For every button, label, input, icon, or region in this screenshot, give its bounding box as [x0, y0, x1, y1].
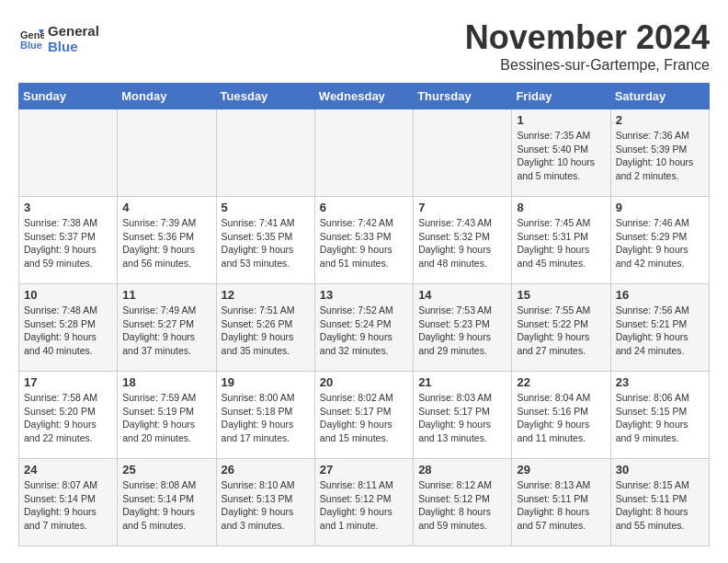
calendar-cell: 24Sunrise: 8:07 AM Sunset: 5:14 PM Dayli… — [19, 459, 118, 546]
day-content: Sunrise: 7:46 AM Sunset: 5:29 PM Dayligh… — [616, 216, 704, 270]
day-number: 21 — [418, 375, 506, 389]
calendar-cell — [314, 109, 413, 197]
day-content: Sunrise: 7:45 AM Sunset: 5:31 PM Dayligh… — [517, 216, 605, 270]
calendar-cell: 16Sunrise: 7:56 AM Sunset: 5:21 PM Dayli… — [610, 284, 709, 372]
day-number: 15 — [517, 288, 605, 302]
calendar-cell: 8Sunrise: 7:45 AM Sunset: 5:31 PM Daylig… — [512, 197, 610, 284]
calendar-cell: 7Sunrise: 7:43 AM Sunset: 5:32 PM Daylig… — [414, 197, 512, 284]
day-content: Sunrise: 7:39 AM Sunset: 5:36 PM Dayligh… — [122, 216, 210, 270]
logo: General Blue General Blue — [18, 23, 99, 55]
header-day-monday: Monday — [118, 84, 216, 109]
calendar-cell: 1Sunrise: 7:35 AM Sunset: 5:40 PM Daylig… — [512, 109, 610, 197]
calendar-subtitle: Bessines-sur-Gartempe, France — [465, 57, 710, 74]
calendar-week-2: 3Sunrise: 7:38 AM Sunset: 5:37 PM Daylig… — [19, 197, 710, 284]
day-content: Sunrise: 8:08 AM Sunset: 5:14 PM Dayligh… — [122, 478, 210, 533]
calendar-cell: 13Sunrise: 7:52 AM Sunset: 5:24 PM Dayli… — [314, 284, 413, 372]
day-number: 10 — [24, 288, 112, 302]
calendar-cell: 14Sunrise: 7:53 AM Sunset: 5:23 PM Dayli… — [414, 284, 512, 372]
calendar-cell — [118, 109, 216, 197]
day-number: 6 — [320, 201, 408, 214]
day-number: 27 — [320, 463, 408, 477]
day-number: 16 — [616, 288, 704, 302]
day-number: 20 — [320, 375, 408, 389]
day-content: Sunrise: 8:11 AM Sunset: 5:12 PM Dayligh… — [320, 478, 408, 533]
day-number: 14 — [418, 288, 506, 302]
calendar-cell: 19Sunrise: 8:00 AM Sunset: 5:18 PM Dayli… — [216, 372, 314, 459]
calendar-cell — [414, 109, 512, 197]
calendar-header-row: SundayMondayTuesdayWednesdayThursdayFrid… — [19, 84, 710, 109]
calendar-cell: 23Sunrise: 8:06 AM Sunset: 5:15 PM Dayli… — [610, 372, 709, 459]
svg-text:Blue: Blue — [20, 40, 42, 51]
calendar-cell: 20Sunrise: 8:02 AM Sunset: 5:17 PM Dayli… — [314, 372, 413, 459]
day-number: 5 — [222, 201, 310, 214]
calendar-cell: 25Sunrise: 8:08 AM Sunset: 5:14 PM Dayli… — [118, 459, 216, 546]
day-number: 11 — [122, 288, 210, 302]
calendar-cell: 6Sunrise: 7:42 AM Sunset: 5:33 PM Daylig… — [314, 197, 413, 284]
calendar-week-5: 24Sunrise: 8:07 AM Sunset: 5:14 PM Dayli… — [19, 459, 710, 546]
calendar-cell: 28Sunrise: 8:12 AM Sunset: 5:12 PM Dayli… — [414, 459, 512, 546]
header-day-wednesday: Wednesday — [314, 84, 413, 109]
calendar-cell: 30Sunrise: 8:15 AM Sunset: 5:11 PM Dayli… — [610, 459, 709, 546]
day-content: Sunrise: 7:59 AM Sunset: 5:19 PM Dayligh… — [122, 391, 210, 445]
calendar-cell: 12Sunrise: 7:51 AM Sunset: 5:26 PM Dayli… — [216, 284, 314, 372]
day-number: 24 — [24, 463, 112, 477]
day-content: Sunrise: 7:41 AM Sunset: 5:35 PM Dayligh… — [222, 216, 310, 270]
calendar-week-3: 10Sunrise: 7:48 AM Sunset: 5:28 PM Dayli… — [19, 284, 710, 372]
day-content: Sunrise: 7:56 AM Sunset: 5:21 PM Dayligh… — [616, 304, 704, 358]
title-section: November 2024 Bessines-sur-Gartempe, Fra… — [465, 18, 710, 74]
calendar-cell: 9Sunrise: 7:46 AM Sunset: 5:29 PM Daylig… — [610, 197, 709, 284]
calendar-week-4: 17Sunrise: 7:58 AM Sunset: 5:20 PM Dayli… — [19, 372, 710, 459]
day-content: Sunrise: 7:42 AM Sunset: 5:33 PM Dayligh… — [320, 216, 408, 270]
day-content: Sunrise: 7:48 AM Sunset: 5:28 PM Dayligh… — [24, 304, 112, 358]
day-number: 30 — [616, 463, 704, 477]
calendar-cell: 15Sunrise: 7:55 AM Sunset: 5:22 PM Dayli… — [512, 284, 610, 372]
day-number: 2 — [616, 113, 704, 127]
header-day-tuesday: Tuesday — [216, 84, 314, 109]
day-number: 22 — [517, 375, 605, 389]
day-content: Sunrise: 7:58 AM Sunset: 5:20 PM Dayligh… — [24, 391, 112, 445]
page-header: General Blue General Blue November 2024 … — [18, 18, 710, 74]
day-number: 19 — [222, 375, 310, 389]
calendar-cell: 2Sunrise: 7:36 AM Sunset: 5:39 PM Daylig… — [610, 109, 709, 197]
calendar-cell: 11Sunrise: 7:49 AM Sunset: 5:27 PM Dayli… — [118, 284, 216, 372]
day-content: Sunrise: 7:36 AM Sunset: 5:39 PM Dayligh… — [616, 129, 704, 183]
day-number: 13 — [320, 288, 408, 302]
calendar-cell: 21Sunrise: 8:03 AM Sunset: 5:17 PM Dayli… — [414, 372, 512, 459]
day-content: Sunrise: 8:00 AM Sunset: 5:18 PM Dayligh… — [222, 391, 310, 445]
header-day-saturday: Saturday — [610, 84, 709, 109]
calendar-table: SundayMondayTuesdayWednesdayThursdayFrid… — [18, 83, 710, 546]
header-day-friday: Friday — [512, 84, 610, 109]
header-day-thursday: Thursday — [414, 84, 512, 109]
day-content: Sunrise: 7:51 AM Sunset: 5:26 PM Dayligh… — [222, 304, 310, 358]
calendar-week-1: 1Sunrise: 7:35 AM Sunset: 5:40 PM Daylig… — [19, 109, 710, 197]
day-content: Sunrise: 7:52 AM Sunset: 5:24 PM Dayligh… — [320, 304, 408, 358]
calendar-cell: 5Sunrise: 7:41 AM Sunset: 5:35 PM Daylig… — [216, 197, 314, 284]
day-content: Sunrise: 7:43 AM Sunset: 5:32 PM Dayligh… — [418, 216, 506, 270]
day-number: 9 — [616, 201, 704, 214]
header-day-sunday: Sunday — [19, 84, 118, 109]
calendar-cell: 18Sunrise: 7:59 AM Sunset: 5:19 PM Dayli… — [118, 372, 216, 459]
logo-line1: General — [48, 23, 99, 39]
day-content: Sunrise: 8:04 AM Sunset: 5:16 PM Dayligh… — [517, 391, 605, 445]
calendar-cell: 3Sunrise: 7:38 AM Sunset: 5:37 PM Daylig… — [19, 197, 118, 284]
day-number: 4 — [122, 201, 210, 214]
day-number: 7 — [418, 201, 506, 214]
day-content: Sunrise: 8:07 AM Sunset: 5:14 PM Dayligh… — [24, 478, 112, 533]
day-number: 8 — [517, 201, 605, 214]
day-number: 29 — [517, 463, 605, 477]
day-content: Sunrise: 8:10 AM Sunset: 5:13 PM Dayligh… — [222, 478, 310, 533]
day-content: Sunrise: 7:55 AM Sunset: 5:22 PM Dayligh… — [517, 304, 605, 358]
calendar-cell: 4Sunrise: 7:39 AM Sunset: 5:36 PM Daylig… — [118, 197, 216, 284]
calendar-cell — [19, 109, 118, 197]
day-content: Sunrise: 7:53 AM Sunset: 5:23 PM Dayligh… — [418, 304, 506, 358]
day-number: 12 — [222, 288, 310, 302]
day-number: 26 — [222, 463, 310, 477]
calendar-title: November 2024 — [465, 18, 710, 57]
day-number: 23 — [616, 375, 704, 389]
day-content: Sunrise: 7:38 AM Sunset: 5:37 PM Dayligh… — [24, 216, 112, 270]
logo-line2: Blue — [48, 39, 99, 54]
day-number: 28 — [418, 463, 506, 477]
day-content: Sunrise: 8:06 AM Sunset: 5:15 PM Dayligh… — [616, 391, 704, 445]
day-content: Sunrise: 8:13 AM Sunset: 5:11 PM Dayligh… — [517, 478, 605, 533]
calendar-cell: 29Sunrise: 8:13 AM Sunset: 5:11 PM Dayli… — [512, 459, 610, 546]
